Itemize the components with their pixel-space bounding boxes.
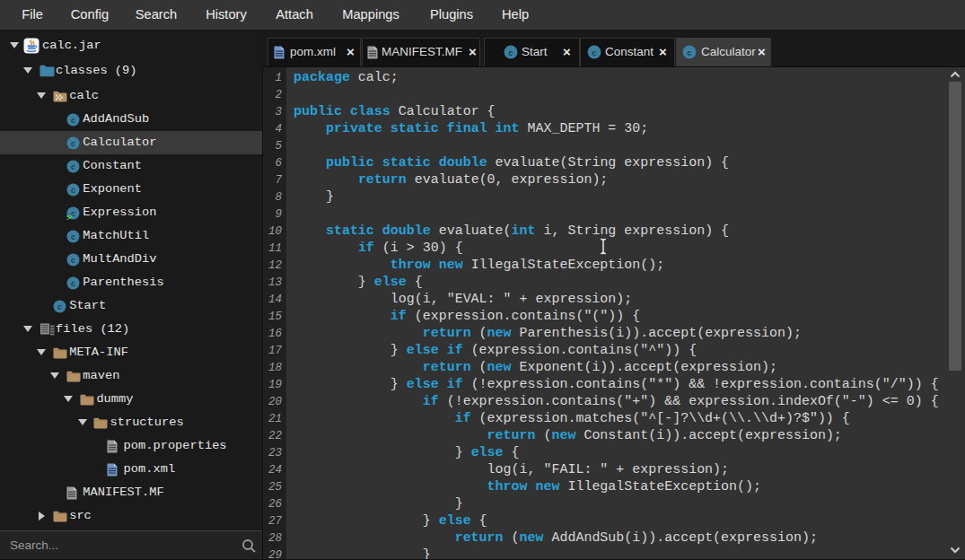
svg-text:c: c: [71, 232, 75, 241]
svg-text:c: c: [71, 186, 75, 195]
svg-text:c: c: [71, 116, 75, 125]
svg-text:c: c: [687, 48, 692, 58]
svg-text:c: c: [71, 209, 75, 218]
svg-text:c: c: [71, 279, 75, 288]
svg-text:c: c: [71, 139, 75, 148]
svg-text:c: c: [508, 48, 513, 58]
svg-text:c: c: [71, 162, 75, 171]
svg-text:c: c: [57, 302, 61, 311]
svg-text:c: c: [592, 48, 597, 58]
svg-text:c: c: [71, 256, 75, 265]
